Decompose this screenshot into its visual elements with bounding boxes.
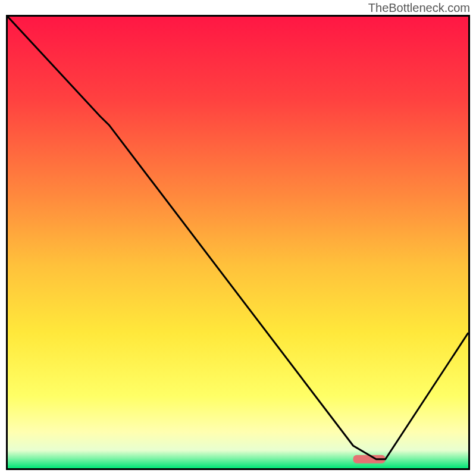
chart-container: TheBottleneck.com: [0, 0, 476, 476]
gradient-background: [8, 17, 468, 468]
chart-frame: [6, 15, 470, 470]
bottleneck-chart: [8, 17, 468, 468]
watermark-text: TheBottleneck.com: [368, 1, 470, 15]
